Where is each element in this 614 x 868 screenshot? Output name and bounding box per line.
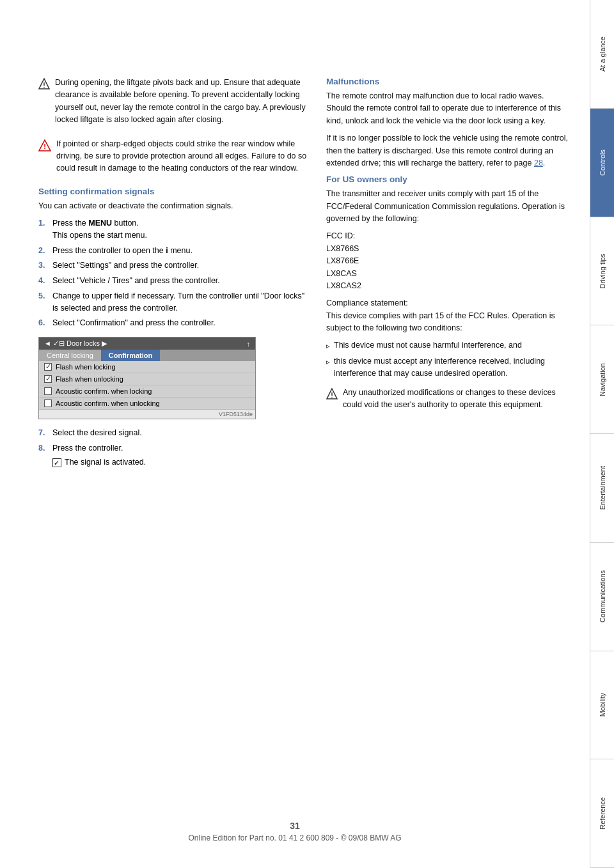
svg-point-2	[43, 87, 45, 88]
menu-row-flash-locking: Flash when locking	[39, 361, 255, 373]
tab-central-locking: Central locking	[39, 350, 101, 361]
step-8: 8. Press the controller. The signal is a…	[38, 442, 307, 469]
sidebar-item-driving-tips[interactable]: Driving tips	[590, 217, 614, 326]
triangle-icon	[38, 78, 50, 89]
page-container: During opening, the liftgate pivots back…	[0, 0, 614, 868]
sidebar-label-driving-tips: Driving tips	[599, 254, 606, 288]
malfunctions-heading: Malfunctions	[326, 77, 569, 86]
steps-list: 1. Press the MENU button.This opens the …	[38, 217, 307, 329]
compliance-statement: Compliance statement:This device complie…	[326, 297, 569, 334]
warning-box: ! If pointed or sharp-edged objects coul…	[38, 138, 307, 180]
steps-list-2: 7. Select the desired signal. 8. Press t…	[38, 427, 307, 468]
bullet-arrow-2: ▹	[326, 357, 330, 380]
footer-text: Online Edition for Part no. 01 41 2 600 …	[0, 833, 590, 842]
step-4: 4. Select "Vehicle / Tires" and press th…	[38, 275, 307, 287]
sidebar-item-entertainment[interactable]: Entertainment	[590, 434, 614, 543]
sidebar-item-navigation[interactable]: Navigation	[590, 325, 614, 434]
fcc-lx8766s: LX8766S	[326, 243, 569, 255]
menu-screenshot: ◄ ✓⊟ Door locks ▶ ↑ Central locking Conf…	[38, 337, 256, 419]
menu-row-acoustic-locking: Acoustic confirm. when locking	[39, 385, 255, 398]
sidebar-label-mobility: Mobility	[599, 693, 606, 717]
sidebar: At a glance Controls Driving tips Naviga…	[590, 0, 614, 868]
sidebar-label-communications: Communications	[599, 570, 606, 623]
bullet-2: ▹ this device must accept any interferen…	[326, 355, 569, 380]
checkbox-flash-unlocking	[44, 375, 52, 383]
step-3: 3. Select "Settings" and press the contr…	[38, 260, 307, 272]
note-unauthorized-text: Any unauthorized modifications or change…	[343, 387, 569, 412]
right-column: Malfunctions The remote control may malf…	[326, 77, 569, 830]
step-2: 2. Press the controller to open the i me…	[38, 245, 307, 257]
fcc-lx8cas: LX8CAS	[326, 268, 569, 280]
checkbox-acoustic-locking	[44, 387, 52, 395]
triangle-icon-2	[326, 388, 338, 399]
sidebar-item-reference[interactable]: Reference	[590, 759, 614, 868]
bullet-1: ▹ This device must not cause harmful int…	[326, 339, 569, 352]
step-5: 5. Change to upper field if necessary. T…	[38, 290, 307, 314]
sidebar-item-controls[interactable]: Controls	[590, 109, 614, 217]
note-liftgate-text: During opening, the liftgate pivots back…	[55, 77, 307, 127]
sidebar-label-controls: Controls	[599, 150, 606, 176]
bullet-1-text: This device must not cause harmful inter…	[334, 339, 522, 352]
step-7: 7. Select the desired signal.	[38, 427, 307, 439]
note-unauthorized: Any unauthorized modifications or change…	[326, 387, 569, 417]
main-content: During opening, the liftgate pivots back…	[0, 0, 590, 868]
page-number: 31	[0, 821, 590, 831]
page-footer: 31 Online Edition for Part no. 01 41 2 6…	[0, 821, 590, 842]
menu-top-bar: ◄ ✓⊟ Door locks ▶ ↑	[39, 337, 255, 350]
checkbox-flash-locking	[44, 363, 52, 371]
malfunctions-para1: The remote control may malfunction due t…	[326, 90, 569, 127]
for-us-owners-para1: The transmitter and receiver units compl…	[326, 188, 569, 225]
sidebar-item-communications[interactable]: Communications	[590, 543, 614, 651]
fcc-lx8766e: LX8766E	[326, 255, 569, 267]
fcc-id-line: FCC ID:	[326, 230, 569, 242]
sidebar-label-reference: Reference	[599, 797, 606, 830]
step-6: 6. Select "Confirmation" and press the c…	[38, 317, 307, 329]
menu-top-right: ↑	[247, 340, 251, 348]
fcc-lx8cas2: LX8CAS2	[326, 280, 569, 292]
warning-triangle-icon: !	[38, 139, 51, 152]
warning-text: If pointed or sharp-edged objects could …	[56, 138, 307, 175]
menu-row-flash-unlocking: Flash when unlocking	[39, 373, 255, 385]
sidebar-label-entertainment: Entertainment	[599, 466, 606, 509]
activated-check-icon	[52, 458, 61, 467]
tab-confirmation: Confirmation	[101, 350, 160, 361]
left-column: During opening, the liftgate pivots back…	[38, 77, 307, 830]
svg-text:!: !	[43, 143, 46, 150]
menu-tab-row: Central locking Confirmation	[39, 350, 255, 361]
sidebar-item-at-a-glance[interactable]: At a glance	[590, 0, 614, 109]
bullet-arrow-1: ▹	[326, 341, 330, 352]
section-heading-confirmation: Setting confirmation signals	[38, 187, 307, 196]
page-link-28: 28	[534, 159, 543, 167]
sidebar-label-navigation: Navigation	[599, 363, 606, 396]
section-intro: You can activate or deactivate the confi…	[38, 200, 307, 212]
fcc-info: FCC ID: LX8766S LX8766E LX8CAS LX8CAS2	[326, 230, 569, 292]
menu-top-left: ◄ ✓⊟ Door locks ▶	[44, 339, 107, 348]
for-us-owners-heading: For US owners only	[326, 174, 569, 184]
sidebar-item-mobility[interactable]: Mobility	[590, 651, 614, 760]
menu-image-label: V1FD5134de	[39, 410, 255, 419]
malfunctions-para2: If it is no longer possible to lock the …	[326, 132, 569, 169]
note-liftgate: During opening, the liftgate pivots back…	[38, 77, 307, 132]
step-1: 1. Press the MENU button.This opens the …	[38, 217, 307, 242]
checkbox-acoustic-unlocking	[44, 399, 52, 407]
sidebar-label-at-a-glance: At a glance	[599, 36, 606, 72]
svg-point-7	[331, 396, 333, 398]
bullet-2-text: this device must accept any interference…	[334, 355, 569, 380]
menu-row-acoustic-unlocking: Acoustic confirm. when unlocking	[39, 398, 255, 410]
